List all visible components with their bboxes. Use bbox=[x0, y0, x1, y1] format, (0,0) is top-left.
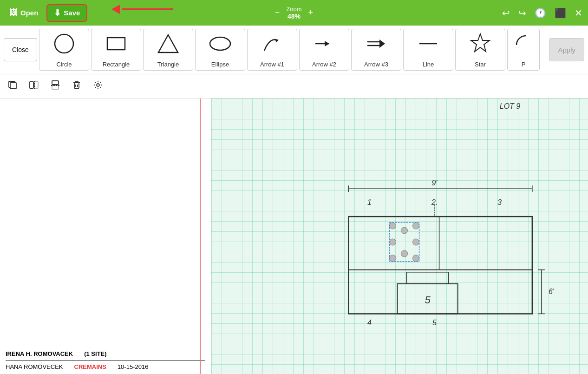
svg-rect-16 bbox=[34, 82, 38, 88]
lot-label: LOT 9 bbox=[500, 102, 521, 110]
open-icon: 🖼 bbox=[9, 8, 18, 18]
svg-marker-4 bbox=[274, 39, 278, 42]
open-button[interactable]: 🖼 Open bbox=[6, 6, 42, 20]
top-right-icons: ↩ ↪ 🕐 ⬛ ✕ bbox=[502, 7, 582, 19]
zoom-label: Zoom 48% bbox=[286, 6, 301, 20]
status-badge: CREMAINS bbox=[74, 363, 106, 370]
canvas-area[interactable]: LOT 9 9' 1 2. 3 6' bbox=[211, 98, 588, 374]
shape-circle[interactable]: Circle bbox=[39, 29, 89, 71]
svg-point-36 bbox=[389, 239, 396, 245]
left-panel: IRENA H. ROMOVACEK (1 SITE) HANA ROMOVEC… bbox=[0, 98, 211, 374]
shape-triangle[interactable]: Triangle bbox=[143, 29, 193, 71]
row-label-5: 5 bbox=[432, 319, 437, 327]
partial-icon bbox=[512, 32, 535, 58]
svg-rect-17 bbox=[52, 81, 59, 85]
redo-button[interactable]: ↪ bbox=[518, 7, 526, 19]
svg-point-35 bbox=[413, 223, 419, 229]
open-label: Open bbox=[20, 9, 38, 17]
svg-point-3 bbox=[210, 37, 230, 50]
undo-button[interactable]: ↩ bbox=[502, 7, 510, 19]
rectangle-icon bbox=[105, 32, 128, 58]
history-button[interactable]: 🕐 bbox=[535, 7, 546, 19]
zoom-in-button[interactable]: + bbox=[306, 7, 316, 19]
rectangle-label: Rectangle bbox=[103, 61, 130, 68]
partial-label: P bbox=[522, 61, 526, 68]
info-row-1: IRENA H. ROMOVACEK (1 SITE) bbox=[6, 350, 205, 361]
mirror-vertical-button[interactable] bbox=[27, 78, 41, 94]
svg-marker-6 bbox=[325, 41, 329, 46]
site-label: (1 SITE) bbox=[84, 350, 106, 357]
star-label: Star bbox=[475, 61, 486, 68]
triangle-label: Triangle bbox=[157, 61, 179, 68]
shape-star[interactable]: Star bbox=[455, 29, 505, 71]
arrow2-label: Arrow #2 bbox=[312, 61, 336, 68]
svg-rect-1 bbox=[107, 38, 125, 50]
plot-number: 5 bbox=[425, 295, 431, 306]
svg-point-23 bbox=[97, 84, 99, 86]
date-label: 10-15-2016 bbox=[118, 363, 149, 370]
zoom-value: 48% bbox=[286, 13, 301, 20]
info-row-2: HANA ROMOVECEK CREMAINS 10-15-2016 bbox=[6, 361, 205, 370]
layers-button[interactable]: ⬛ bbox=[555, 7, 566, 19]
star-icon bbox=[469, 32, 492, 58]
annotation-arrow bbox=[111, 5, 173, 14]
svg-point-38 bbox=[389, 255, 396, 262]
close-button[interactable]: Close bbox=[4, 38, 37, 61]
svg-point-37 bbox=[413, 239, 419, 245]
top-toolbar: 🖼 Open ⬇ Save − Zoom 48% + ↩ ↪ 🕐 ⬛ ✕ bbox=[0, 0, 588, 26]
zoom-title: Zoom bbox=[286, 6, 301, 13]
shape-line[interactable]: Line bbox=[403, 29, 453, 71]
line-icon bbox=[417, 32, 440, 58]
save-label: Save bbox=[64, 9, 80, 17]
svg-point-41 bbox=[401, 250, 408, 257]
shape-arrow3[interactable]: Arrow #3 bbox=[351, 29, 401, 71]
drawing-canvas[interactable]: LOT 9 9' 1 2. 3 6' bbox=[211, 98, 588, 374]
height-dimension: 6' bbox=[549, 288, 555, 295]
shapes-toolbar: Close Circle Rectangle Triangle Ellipse … bbox=[0, 26, 588, 74]
line-label: Line bbox=[423, 61, 434, 68]
copy-button[interactable] bbox=[6, 78, 20, 94]
shape-arrow2[interactable]: Arrow #2 bbox=[299, 29, 349, 71]
svg-rect-13 bbox=[10, 83, 16, 89]
arrow1-label: Arrow #1 bbox=[260, 61, 284, 68]
settings-button[interactable] bbox=[91, 78, 105, 94]
delete-button[interactable] bbox=[70, 78, 84, 94]
svg-rect-28 bbox=[348, 217, 532, 314]
ellipse-label: Ellipse bbox=[211, 61, 229, 68]
person1-name: IRENA H. ROMOVACEK bbox=[6, 350, 73, 357]
save-button[interactable]: ⬇ Save bbox=[46, 4, 87, 22]
col3-label: 3 bbox=[497, 198, 502, 206]
svg-marker-11 bbox=[471, 34, 490, 52]
shape-ellipse[interactable]: Ellipse bbox=[195, 29, 245, 71]
triangle-icon bbox=[157, 32, 180, 58]
zoom-out-button[interactable]: − bbox=[272, 7, 283, 19]
shape-partial[interactable]: P bbox=[507, 29, 540, 71]
shape-rectangle[interactable]: Rectangle bbox=[91, 29, 141, 71]
svg-rect-20 bbox=[74, 83, 79, 88]
red-divider-line bbox=[200, 98, 201, 374]
circle-label: Circle bbox=[56, 61, 72, 68]
svg-rect-43 bbox=[407, 272, 449, 284]
svg-rect-14 bbox=[30, 82, 33, 88]
mirror-horizontal-button[interactable] bbox=[48, 78, 62, 94]
arrow2-icon bbox=[313, 32, 336, 58]
svg-point-0 bbox=[55, 34, 73, 53]
save-icon: ⬇ bbox=[54, 8, 61, 18]
ellipse-icon bbox=[209, 32, 232, 58]
svg-point-40 bbox=[401, 227, 408, 234]
arrow3-icon bbox=[365, 32, 388, 58]
close-window-button[interactable]: ✕ bbox=[575, 7, 582, 19]
zoom-area: − Zoom 48% + bbox=[272, 6, 316, 20]
svg-marker-2 bbox=[158, 35, 178, 52]
info-panel: IRENA H. ROMOVACEK (1 SITE) HANA ROMOVEC… bbox=[0, 347, 211, 374]
col1-label: 1 bbox=[367, 198, 372, 206]
svg-marker-9 bbox=[379, 39, 385, 48]
width-dimension: 9' bbox=[432, 179, 438, 187]
row-label-4: 4 bbox=[367, 319, 372, 327]
main-area: IRENA H. ROMOVACEK (1 SITE) HANA ROMOVEC… bbox=[0, 98, 588, 374]
svg-point-34 bbox=[389, 223, 396, 229]
arrow1-icon bbox=[261, 32, 284, 58]
apply-button[interactable]: Apply bbox=[549, 38, 584, 61]
svg-point-39 bbox=[413, 255, 419, 262]
shape-arrow1[interactable]: Arrow #1 bbox=[247, 29, 297, 71]
